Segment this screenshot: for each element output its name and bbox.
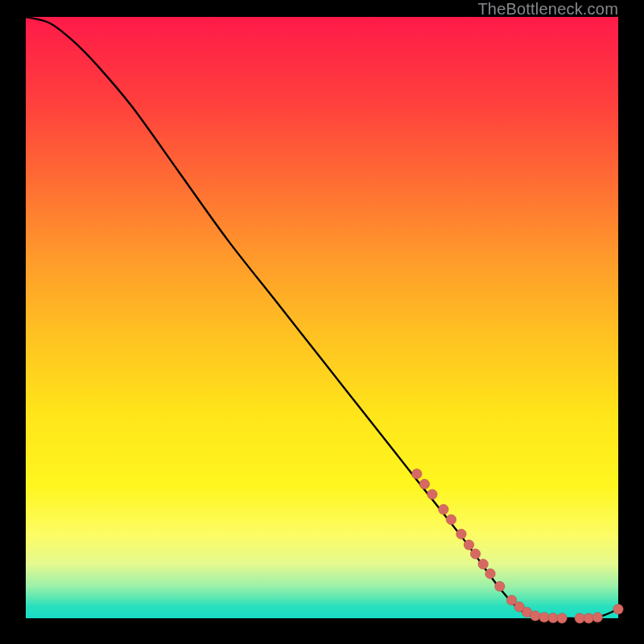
curve-marker — [427, 489, 437, 499]
curve-marker — [464, 540, 473, 550]
curve-markers — [412, 469, 624, 624]
curve-marker — [592, 613, 602, 622]
plot-area — [26, 17, 618, 618]
curve-marker — [575, 613, 584, 623]
chart-svg — [26, 17, 618, 618]
curve-marker — [478, 559, 488, 569]
bottleneck-curve — [26, 17, 618, 619]
curve-marker — [439, 505, 448, 514]
curve-marker — [419, 479, 429, 489]
curve-marker — [485, 569, 495, 579]
curve-marker — [530, 611, 540, 621]
curve-marker — [495, 581, 505, 591]
curve-marker — [470, 549, 480, 559]
curve-marker — [412, 469, 422, 479]
curve-marker — [456, 529, 466, 539]
curve-marker — [446, 514, 456, 524]
curve-marker — [539, 613, 549, 622]
curve-marker — [613, 605, 623, 614]
chart-frame: TheBottleneck.com — [0, 0, 644, 644]
curve-marker — [548, 613, 558, 622]
curve-marker — [557, 613, 567, 623]
curve-marker — [584, 613, 593, 623]
watermark-text: TheBottleneck.com — [477, 0, 618, 19]
curve-marker — [506, 595, 516, 605]
